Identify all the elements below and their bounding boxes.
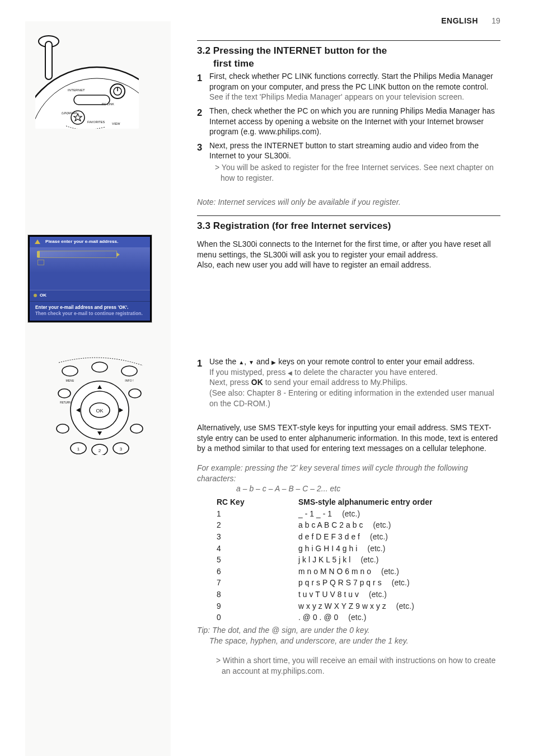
label-internet: INTERNET [68, 88, 85, 92]
svg-point-17 [57, 424, 69, 433]
svg-point-15 [58, 389, 71, 398]
svg-point-10 [121, 366, 137, 376]
label-view: VIEW [112, 122, 120, 125]
table-row: 5j k l J K L 5 j k l(etc.) [216, 555, 444, 566]
svg-text:3: 3 [120, 447, 123, 452]
table-row: 4g h i G H I 4 g h i(etc.) [216, 543, 444, 555]
table-row: 6m n o M N O 6 m n o(etc.) [216, 566, 444, 578]
sms-value: m n o M N O 6 m n o(etc.) [298, 566, 444, 578]
svg-text:OK: OK [96, 408, 103, 414]
heading-3-2: 3.2 Pressing the INTERNET button for the… [197, 45, 500, 71]
sms-key: 7 [216, 577, 298, 589]
header-rule [197, 40, 500, 41]
svg-text:2: 2 [99, 448, 101, 453]
section-3-2-body: 1 First, check whether PC LINK functions… [197, 72, 500, 187]
sms-key: 6 [216, 566, 298, 578]
figure-email-register-screen: Please enter your e-mail address. OK Ent… [28, 235, 152, 322]
header-page-number: 19 [491, 16, 500, 26]
table-row: 9w x y z W X Y Z 9 w x y z(etc.) [216, 601, 444, 613]
sms-value: d e f D E F 3 d e f(etc.) [298, 532, 444, 543]
sms-key: 1 [216, 509, 298, 520]
table-row: 7p q r s P Q R S 7 p q r s(etc.) [216, 577, 444, 589]
email-screen-ok: OK [30, 290, 150, 301]
svg-text:RETURN: RETURN [60, 401, 71, 404]
section-3-3-step1: 1 Use the , and keys on your remote cont… [197, 357, 500, 412]
section-3-3-alt: Alternatively, use SMS TEXT-style keys f… [197, 423, 500, 454]
svg-text:INFO !: INFO ! [125, 379, 133, 382]
sms-table-head-val: SMS-style alphanumeric entry order [298, 497, 444, 509]
step-3-2-2: 2 Then, check whether the PC on which yo… [197, 106, 500, 138]
email-screen-body [30, 247, 150, 290]
figure-remote-navpad: OK MENU INFO ! RETURN 1 2 [53, 357, 146, 455]
section-3-3-closing: > Within a short time, you will receive … [212, 656, 500, 677]
label-unmark: (UN)MARK [62, 111, 78, 115]
svg-text:MENU: MENU [65, 379, 74, 382]
sms-key: 3 [216, 532, 298, 543]
sms-table-head-key: RC Key [216, 497, 298, 509]
sms-key: 2 [216, 520, 298, 532]
table-row: 3d e f D E F 3 d e f(etc.) [216, 532, 444, 543]
arrow-up-icon [238, 358, 244, 366]
sms-value: p q r s P Q R S 7 p q r s(etc.) [298, 577, 444, 589]
sms-key: 4 [216, 543, 298, 555]
table-row: 1_ - 1 _ - 1(etc.) [216, 509, 444, 520]
note-3-2: Note: Internet services will only be ava… [197, 198, 500, 208]
section-3-3-intro: When the SL300i connects to the Internet… [197, 240, 500, 271]
sms-value: w x y z W X Y Z 9 w x y z(etc.) [298, 601, 444, 613]
sms-value: a b c A B C 2 a b c(etc.) [298, 520, 444, 532]
rule-3-3 [197, 215, 500, 216]
sms-value: g h i G H I 4 g h i(etc.) [298, 543, 444, 555]
sms-value: j k l J K L 5 j k l(etc.) [298, 555, 444, 566]
section-3-3-example: For example: pressing the '2' key severa… [197, 463, 500, 495]
figure-remote-top: INTERNET PC LINK (UN)MARK FAVORITES VIEW [35, 34, 139, 129]
sms-value: t u v T U V 8 t u v(etc.) [298, 589, 444, 601]
label-pclink: PC LINK [102, 102, 114, 106]
svg-point-9 [92, 362, 107, 372]
svg-text:1: 1 [77, 447, 80, 452]
table-row: 8t u v T U V 8 t u v(etc.) [216, 589, 444, 601]
table-row: 2a b c A B C 2 a b c(etc.) [216, 520, 444, 532]
section-3-3-tip: Tip: The dot, and the @ sign, are under … [197, 626, 500, 646]
table-row: 0. @ 0 . @ 0(etc.) [216, 612, 444, 624]
svg-point-16 [129, 389, 141, 398]
step-3-2-3: 3 Next, press the INTERNET button to sta… [197, 141, 500, 184]
svg-point-8 [62, 366, 78, 376]
email-screen-footer: Enter your e-mail address and press 'OK'… [30, 301, 150, 321]
header-language: ENGLISH [441, 16, 478, 26]
email-screen-title: Please enter your e-mail address. [30, 237, 150, 247]
sms-value: _ - 1 _ - 1(etc.) [298, 509, 444, 520]
svg-rect-2 [45, 41, 52, 79]
svg-point-18 [130, 424, 143, 433]
arrow-down-icon [249, 358, 254, 366]
sms-value: . @ 0 . @ 0(etc.) [298, 612, 444, 624]
step-3-2-1: 1 First, check whether PC LINK functions… [197, 72, 500, 103]
sms-key: 9 [216, 601, 298, 613]
sms-table: RC Key SMS-style alphanumeric entry orde… [216, 497, 500, 624]
sms-key: 8 [216, 589, 298, 601]
sms-key: 5 [216, 555, 298, 566]
label-favorites: FAVORITES [87, 120, 105, 124]
sms-key: 0 [216, 612, 298, 624]
heading-3-3: 3.3 Registration (for free Internet serv… [197, 220, 500, 233]
